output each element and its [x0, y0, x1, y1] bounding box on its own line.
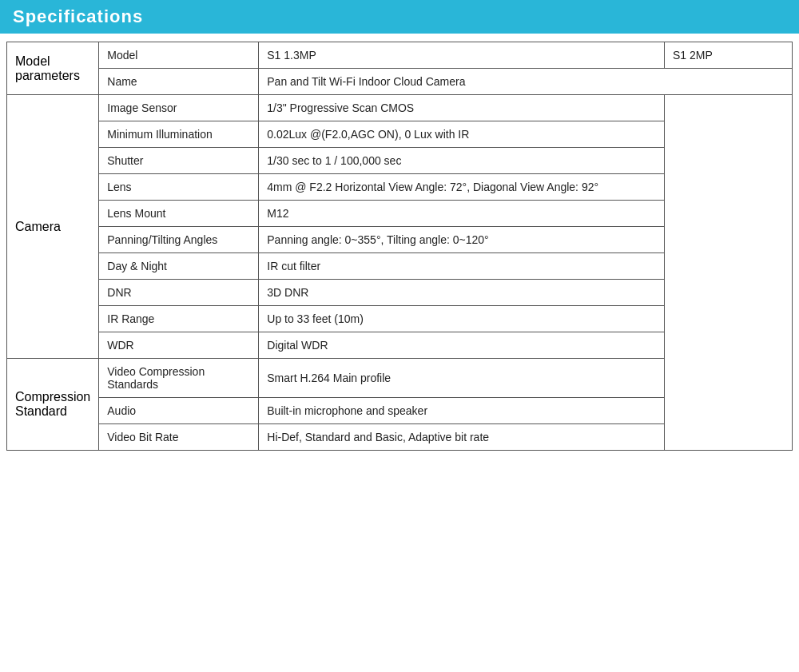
param-value: S1 1.3MP: [259, 42, 665, 69]
param-label: DNR: [99, 280, 259, 306]
param-value: Built-in microphone and speaker: [259, 398, 665, 424]
param-label: Lens: [99, 174, 259, 201]
param-value: 3D DNR: [259, 280, 665, 306]
param-label: Name: [99, 69, 259, 95]
table-row: Day & NightIR cut filter: [7, 253, 793, 280]
param-label: IR Range: [99, 306, 259, 332]
page-title: Specifications: [13, 6, 143, 27]
table-row: Compression StandardVideo Compression St…: [7, 359, 793, 398]
param-value: 0.02Lux @(F2.0,AGC ON), 0 Lux with IR: [259, 121, 665, 148]
param-label: Panning/Tilting Angles: [99, 227, 259, 253]
header-bar: Specifications: [0, 0, 799, 34]
table-container: Model parametersModelS1 1.3MPS1 2MPNameP…: [0, 34, 799, 459]
param-value: M12: [259, 201, 665, 227]
param-label: Lens Mount: [99, 201, 259, 227]
table-row: Video Bit RateHi-Def, Standard and Basic…: [7, 424, 793, 451]
param-label: Audio: [99, 398, 259, 424]
param-value: Smart H.264 Main profile: [259, 359, 665, 398]
param-value: 4mm @ F2.2 Horizontal View Angle: 72°, D…: [259, 174, 665, 201]
param-value2: S1 2MP: [665, 42, 793, 69]
table-row: Model parametersModelS1 1.3MPS1 2MP: [7, 42, 793, 69]
param-label: Image Sensor: [99, 95, 259, 121]
param-value: Pan and Tilt Wi-Fi Indoor Cloud Camera: [259, 69, 793, 95]
param-label: Minimum Illumination: [99, 121, 259, 148]
param-value: Up to 33 feet (10m): [259, 306, 665, 332]
table-row: CameraImage Sensor1/3" Progressive Scan …: [7, 95, 793, 121]
param-value: IR cut filter: [259, 253, 665, 280]
param-label: Video Bit Rate: [99, 424, 259, 451]
specs-table: Model parametersModelS1 1.3MPS1 2MPNameP…: [6, 42, 793, 451]
table-row: Minimum Illumination0.02Lux @(F2.0,AGC O…: [7, 121, 793, 148]
param-value: Panning angle: 0~355°, Tilting angle: 0~…: [259, 227, 665, 253]
section-label: Compression Standard: [7, 359, 99, 451]
table-row: Shutter1/30 sec to 1 / 100,000 sec: [7, 148, 793, 174]
section-label: Model parameters: [7, 42, 99, 95]
param-label: Day & Night: [99, 253, 259, 280]
param-value: 1/30 sec to 1 / 100,000 sec: [259, 148, 665, 174]
table-row: NamePan and Tilt Wi-Fi Indoor Cloud Came…: [7, 69, 793, 95]
table-row: Panning/Tilting AnglesPanning angle: 0~3…: [7, 227, 793, 253]
param-label: WDR: [99, 332, 259, 359]
param-value: 1/3" Progressive Scan CMOS: [259, 95, 665, 121]
param-label: Video Compression Standards: [99, 359, 259, 398]
table-row: IR RangeUp to 33 feet (10m): [7, 306, 793, 332]
table-row: AudioBuilt-in microphone and speaker: [7, 398, 793, 424]
table-row: Lens4mm @ F2.2 Horizontal View Angle: 72…: [7, 174, 793, 201]
section-label: Camera: [7, 95, 99, 359]
param-value: Hi-Def, Standard and Basic, Adaptive bit…: [259, 424, 665, 451]
table-row: DNR3D DNR: [7, 280, 793, 306]
table-row: WDRDigital WDR: [7, 332, 793, 359]
param-value: Digital WDR: [259, 332, 665, 359]
table-row: Lens MountM12: [7, 201, 793, 227]
param-label: Model: [99, 42, 259, 69]
param-label: Shutter: [99, 148, 259, 174]
